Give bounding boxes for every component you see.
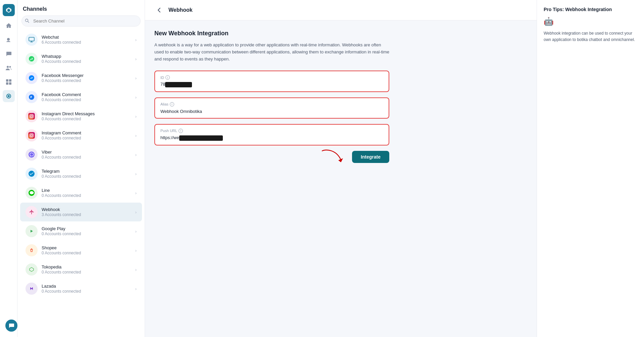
alias-input[interactable] — [160, 109, 383, 114]
svg-line-12 — [28, 22, 29, 23]
channel-item-ig-direct[interactable]: Instagram Direct Messages 0 Accounts con… — [20, 107, 142, 126]
push-url-redacted — [179, 135, 223, 141]
channel-item-webchat[interactable]: Webchat 6 Accounts connected › — [20, 30, 142, 49]
main-content: Webhook New Webhook Integration A webhoo… — [145, 0, 537, 337]
svg-point-20 — [33, 115, 33, 115]
telegram-name: Telegram — [42, 169, 135, 174]
ig-comment-name: Instagram Comment — [42, 130, 135, 135]
webhook-info: Webhook 3 Accounts connected — [42, 207, 135, 217]
webchat-arrow: › — [135, 37, 137, 42]
channel-item-shopee[interactable]: Shopee 0 Accounts connected › — [20, 241, 142, 260]
channel-item-ig-comment[interactable]: Instagram Comment 0 Accounts connected › — [20, 126, 142, 145]
ig-direct-info: Instagram Direct Messages 0 Accounts con… — [42, 111, 135, 121]
tokopedia-name: Tokopedia — [42, 264, 135, 269]
push-url-field: Push URL i https://we — [154, 124, 389, 145]
lazada-arrow: › — [135, 286, 137, 291]
svg-rect-21 — [28, 132, 35, 139]
telegram-icon — [26, 168, 38, 180]
nav-channels[interactable] — [3, 90, 15, 102]
page-title: New Webhook Integration — [154, 30, 527, 37]
line-info: Line 0 Accounts connected — [42, 188, 135, 198]
channels-title: Channels — [17, 0, 145, 15]
search-input[interactable] — [21, 15, 141, 27]
back-button[interactable] — [154, 5, 164, 15]
fb-messenger-name: Facebook Messenger — [42, 73, 135, 78]
channel-item-lazada[interactable]: Lazada 0 Accounts connected › — [20, 279, 142, 298]
lazada-name: Lazada — [42, 284, 135, 289]
google-play-icon — [26, 225, 38, 237]
channel-item-tokopedia[interactable]: Tokopedia 0 Accounts connected › — [20, 260, 142, 279]
id-prefix: 78 — [160, 82, 165, 87]
channels-panel: Channels Webchat 6 Accounts connected › … — [17, 0, 145, 337]
tokopedia-info: Tokopedia 0 Accounts connected — [42, 264, 135, 275]
svg-rect-5 — [9, 82, 11, 85]
ig-comment-sub: 0 Accounts connected — [42, 136, 135, 140]
alias-info-icon[interactable]: i — [170, 102, 174, 107]
svg-rect-3 — [9, 79, 11, 82]
svg-rect-2 — [6, 79, 8, 82]
fb-messenger-icon — [26, 72, 38, 84]
id-label-text: ID — [160, 76, 164, 80]
shopee-info: Shopee 0 Accounts connected — [42, 245, 135, 255]
channel-item-line[interactable]: Line 0 Accounts connected › — [20, 183, 142, 202]
nav-users[interactable] — [3, 62, 15, 74]
tokopedia-arrow: › — [135, 267, 137, 272]
ig-direct-icon — [26, 110, 38, 122]
fb-comment-info: Facebook Comment 0 Accounts connected — [42, 92, 135, 102]
id-field-value: 78 — [160, 82, 383, 87]
lazada-sub: 0 Accounts connected — [42, 289, 135, 294]
channel-item-webhook[interactable]: Webhook 3 Accounts connected › — [20, 203, 142, 221]
nav-contacts[interactable] — [3, 34, 15, 46]
svg-point-24 — [33, 134, 33, 134]
shopee-arrow: › — [135, 248, 137, 253]
svg-point-29 — [31, 212, 32, 213]
search-box — [21, 15, 141, 27]
ig-direct-name: Instagram Direct Messages — [42, 111, 135, 116]
webchat-info: Webchat 6 Accounts connected — [42, 35, 135, 45]
fb-comment-arrow: › — [135, 95, 137, 100]
search-icon — [25, 18, 29, 24]
channel-item-whatsapp[interactable]: Whatsapp 0 Accounts connected › — [20, 49, 142, 68]
nav-grid[interactable] — [3, 76, 15, 88]
brand-logo[interactable] — [3, 4, 15, 16]
svg-point-1 — [9, 66, 11, 68]
webchat-icon — [26, 34, 38, 46]
chat-bubble[interactable] — [5, 320, 17, 332]
viber-info: Viber 0 Accounts connected — [42, 150, 135, 160]
webhook-name: Webhook — [42, 207, 135, 212]
tips-title: Pro Tips: Webhook Integration — [544, 7, 637, 12]
channel-item-fb-messenger[interactable]: Facebook Messenger 0 Accounts connected … — [20, 69, 142, 87]
tips-panel: Pro Tips: Webhook Integration 🤖 Webhook … — [537, 0, 644, 337]
ig-comment-info: Instagram Comment 0 Accounts connected — [42, 130, 135, 140]
page-description: A webhook is a way for a web application… — [154, 42, 389, 62]
main-body: New Webhook Integration A webhook is a w… — [145, 20, 537, 337]
tokopedia-icon — [26, 263, 38, 276]
main-header: Webhook — [145, 0, 537, 20]
channel-item-viber[interactable]: Viber 0 Accounts connected › — [20, 145, 142, 164]
svg-rect-17 — [28, 113, 35, 120]
channel-item-fb-comment[interactable]: Facebook Comment 0 Accounts connected › — [20, 88, 142, 107]
viber-sub: 0 Accounts connected — [42, 155, 135, 160]
fb-comment-name: Facebook Comment — [42, 92, 135, 97]
whatsapp-icon — [26, 53, 38, 65]
push-url-label: Push URL i — [160, 129, 383, 133]
telegram-sub: 0 Accounts connected — [42, 174, 135, 179]
telegram-info: Telegram 0 Accounts connected — [42, 169, 135, 179]
fb-messenger-sub: 0 Accounts connected — [42, 78, 135, 83]
ig-direct-arrow: › — [135, 114, 137, 119]
google-play-arrow: › — [135, 229, 137, 234]
channel-item-google-play[interactable]: Google Play 0 Accounts connected › — [20, 222, 142, 241]
svg-point-31 — [29, 247, 35, 253]
whatsapp-arrow: › — [135, 56, 137, 61]
push-url-prefix: https://we — [160, 135, 179, 140]
integrate-button[interactable]: Integrate — [352, 151, 389, 163]
push-url-info-icon[interactable]: i — [179, 129, 183, 133]
line-arrow: › — [135, 191, 137, 196]
viber-arrow: › — [135, 152, 137, 157]
id-info-icon[interactable]: i — [165, 75, 170, 80]
nav-home[interactable] — [3, 19, 15, 32]
nav-chat[interactable] — [3, 48, 15, 60]
channel-list: Webchat 6 Accounts connected › Whatsapp … — [17, 30, 145, 337]
channel-item-telegram[interactable]: Telegram 0 Accounts connected › — [20, 164, 142, 183]
push-url-value: https://we — [160, 135, 383, 141]
